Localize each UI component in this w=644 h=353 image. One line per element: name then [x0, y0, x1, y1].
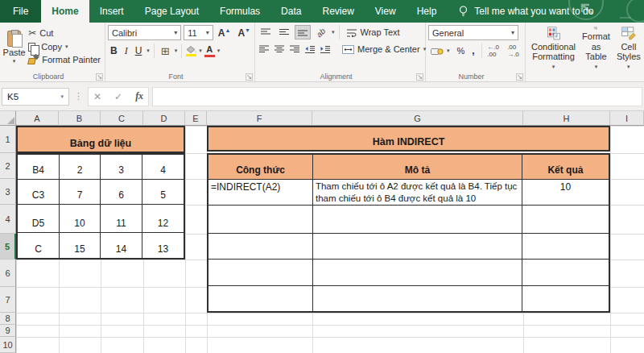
tab-help[interactable]: Help: [407, 0, 448, 23]
wrap-text-button[interactable]: Wrap Text: [344, 27, 402, 38]
font-size-select[interactable]: 11 ▾: [184, 25, 213, 40]
copy-dropdown-icon[interactable]: ▾: [65, 44, 68, 50]
cancel-button[interactable]: ✕: [93, 91, 101, 102]
cell-H2-header-result[interactable]: Kết quả: [522, 155, 609, 180]
column-header-B[interactable]: B: [59, 111, 101, 126]
formula-bar-drag-handle[interactable]: ⋮: [72, 91, 85, 102]
decrease-decimal-button[interactable]: .00 →.0: [506, 44, 523, 58]
insert-function-button[interactable]: fx: [135, 90, 143, 102]
row-header-10[interactable]: 10: [0, 337, 16, 353]
name-box-dropdown-icon[interactable]: ▾: [60, 93, 64, 100]
underline-dropdown-icon[interactable]: ▾: [147, 48, 150, 54]
copy-button[interactable]: Copy ▾: [26, 41, 103, 52]
cell-F4-empty[interactable]: [208, 206, 313, 234]
alignment-dialog-launcher-icon[interactable]: ↘: [416, 73, 423, 81]
cell-H5-empty[interactable]: [522, 234, 609, 259]
cell-styles-dropdown-icon[interactable]: ▾: [627, 64, 630, 70]
shrink-font-button[interactable]: A▼: [235, 27, 253, 39]
conditional-formatting-button[interactable]: ≠ Conditional Formatting ▾: [528, 25, 579, 70]
cell-D4[interactable]: 12: [142, 205, 184, 233]
cell-F1-indirect-title[interactable]: Hàm INDIRECT: [207, 126, 610, 152]
cell-B3[interactable]: 7: [60, 180, 101, 205]
font-dialog-launcher-icon[interactable]: ↘: [246, 73, 253, 81]
tab-file[interactable]: File: [0, 0, 41, 23]
font-color-button[interactable]: A: [204, 45, 215, 57]
cell-C5[interactable]: 14: [101, 233, 142, 258]
format-painter-button[interactable]: Format Painter: [26, 54, 103, 65]
format-as-table-dropdown-icon[interactable]: ▾: [595, 64, 598, 70]
align-left-button[interactable]: [258, 42, 270, 56]
conditional-formatting-dropdown-icon[interactable]: ▾: [552, 64, 555, 70]
align-bottom-button[interactable]: [295, 25, 311, 39]
column-header-I[interactable]: I: [610, 111, 644, 126]
cell-G6-empty[interactable]: [313, 260, 522, 286]
cell-B5[interactable]: 15: [60, 233, 101, 258]
row-header-7[interactable]: 7: [0, 287, 16, 313]
cell-G7-empty[interactable]: [313, 286, 522, 311]
tell-me-search[interactable]: Tell me what you want to do: [458, 0, 593, 23]
cell-D2[interactable]: 4: [142, 155, 184, 180]
cell-G4-empty[interactable]: [313, 206, 522, 234]
cell-A4[interactable]: D5: [18, 205, 60, 233]
column-header-D[interactable]: D: [143, 111, 185, 126]
format-as-table-button[interactable]: Format as Table ▾: [579, 25, 613, 70]
cell-D5[interactable]: 13: [142, 233, 184, 258]
percent-style-button[interactable]: %: [455, 45, 468, 56]
cell-B4[interactable]: 10: [60, 205, 101, 233]
column-header-C[interactable]: C: [101, 111, 143, 126]
number-format-select[interactable]: General ▾: [428, 25, 518, 40]
column-header-A[interactable]: A: [16, 111, 59, 126]
formula-input[interactable]: [152, 87, 642, 106]
row-header-9[interactable]: 9: [0, 325, 16, 337]
select-all-corner[interactable]: [0, 111, 16, 126]
row-header-8[interactable]: 8: [0, 313, 16, 325]
cell-D3[interactable]: 5: [142, 180, 184, 205]
font-color-dropdown-icon[interactable]: ▾: [217, 48, 221, 54]
underline-button[interactable]: U: [133, 44, 145, 57]
row-header-6[interactable]: 6: [0, 260, 16, 287]
align-top-button[interactable]: [258, 25, 274, 39]
paste-dropdown-icon[interactable]: ▾: [13, 58, 16, 64]
name-box[interactable]: K5 ▾: [2, 88, 69, 106]
cell-F6-empty[interactable]: [208, 260, 313, 286]
borders-button[interactable]: ⊞: [159, 45, 172, 57]
cell-A3[interactable]: C3: [18, 180, 60, 205]
cell-C2[interactable]: 3: [101, 155, 142, 180]
comma-style-button[interactable]: ,: [469, 44, 477, 57]
column-header-E[interactable]: E: [185, 111, 207, 126]
italic-button[interactable]: I: [122, 44, 130, 58]
cell-F2-header-formula[interactable]: Công thức: [208, 155, 313, 180]
cell-C3[interactable]: 6: [101, 180, 142, 205]
row-header-3[interactable]: 3: [0, 179, 16, 205]
fill-color-dropdown-icon[interactable]: ▾: [199, 48, 202, 54]
accounting-dropdown-icon[interactable]: ▾: [447, 48, 450, 54]
grow-font-button[interactable]: A▲: [216, 27, 233, 39]
fill-color-button[interactable]: [186, 46, 196, 56]
font-family-select[interactable]: Calibri ▾: [108, 25, 181, 40]
borders-dropdown-icon[interactable]: ▾: [175, 48, 178, 54]
column-header-F[interactable]: F: [207, 111, 312, 126]
tab-formulas[interactable]: Formulas: [209, 0, 270, 23]
orientation-button[interactable]: ab: [313, 25, 329, 39]
cut-button[interactable]: ✂ Cut: [26, 27, 103, 39]
align-right-button[interactable]: [288, 42, 301, 56]
cell-H4-empty[interactable]: [522, 206, 609, 234]
bold-button[interactable]: B: [108, 44, 120, 57]
tab-insert[interactable]: Insert: [89, 0, 134, 23]
tab-review[interactable]: Review: [312, 0, 364, 23]
cell-G2-header-description[interactable]: Mô tả: [313, 155, 522, 180]
row-header-2[interactable]: 2: [0, 153, 16, 179]
cell-F7-empty[interactable]: [208, 286, 313, 311]
tab-data[interactable]: Data: [270, 0, 312, 23]
decrease-indent-button[interactable]: [303, 42, 316, 56]
enter-button[interactable]: ✓: [114, 91, 122, 102]
cell-H3-result[interactable]: 10: [522, 180, 609, 206]
tab-page-layout[interactable]: Page Layout: [134, 0, 209, 23]
cell-G3-description[interactable]: Tham chiếu tới ô A2 được kết quả là B4. …: [313, 180, 522, 206]
cell-A1-data-table-title[interactable]: Bảng dữ liệu: [16, 126, 185, 153]
tab-home[interactable]: Home: [41, 0, 89, 23]
column-header-G[interactable]: G: [312, 111, 523, 126]
cell-H7-empty[interactable]: [522, 286, 609, 311]
cell-G5-empty[interactable]: [313, 234, 522, 259]
cell-F3-formula[interactable]: =INDIRECT(A2): [208, 180, 313, 206]
